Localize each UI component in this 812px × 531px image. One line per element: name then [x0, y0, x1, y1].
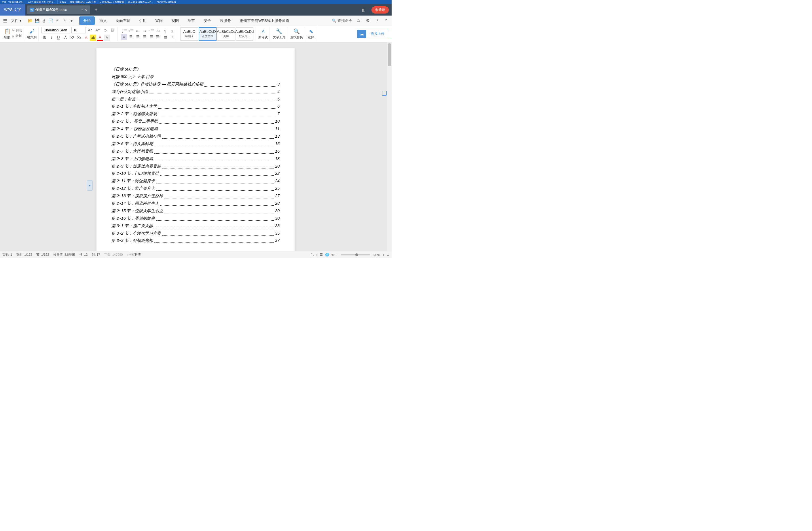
zoom-slider[interactable] — [341, 254, 370, 255]
italic-button[interactable]: I — [48, 34, 55, 41]
expand-tab-icon[interactable]: ▫ — [82, 8, 83, 12]
phonetic-icon[interactable]: 拼 — [110, 27, 116, 33]
distribute-button[interactable]: ☰ — [148, 34, 155, 40]
status-spell[interactable]: ▫ 拼写检查 — [127, 253, 141, 257]
format-painter-button[interactable]: 🖌格式刷 — [27, 29, 37, 40]
underline-button[interactable]: U — [55, 34, 62, 41]
bullets-button[interactable]: ⋮☰ — [121, 28, 127, 34]
decrease-font-icon[interactable]: A⁻ — [95, 27, 101, 33]
add-tab-button[interactable]: + — [92, 5, 101, 14]
feedback-icon[interactable]: ☺ — [355, 17, 362, 24]
file-menu[interactable]: 文件▾ — [9, 18, 23, 23]
status-section[interactable]: 节: 1/322 — [36, 253, 49, 257]
ribbon-tab[interactable]: 插入 — [95, 16, 111, 25]
align-left-button[interactable]: ≡ — [121, 34, 127, 40]
vertical-scrollbar[interactable] — [387, 42, 392, 251]
document-tab[interactable]: W 懂懂日赚600元.docx ▫ ✕ — [27, 5, 90, 14]
help-icon[interactable]: ? — [374, 17, 380, 24]
status-row[interactable]: 行: 12 — [79, 253, 88, 257]
settings-icon[interactable]: ⚙ — [364, 17, 371, 24]
close-tab-icon[interactable]: ✕ — [84, 8, 87, 12]
browser-tab[interactable]: nd转换成word 百度搜索 — [98, 0, 126, 4]
ribbon-tab[interactable]: 开始 — [79, 16, 95, 25]
search-command[interactable]: 🔍 查找命令 — [332, 18, 352, 23]
browser-tab[interactable]: PDF转Word转换器 — [155, 0, 178, 4]
style-card[interactable]: AaBbC标题 4 — [180, 27, 198, 41]
align-right-button[interactable]: ☰ — [134, 34, 141, 40]
superscript-button[interactable]: X² — [69, 34, 75, 41]
select-button[interactable]: ⬉选择 — [308, 28, 314, 40]
redo-icon[interactable]: ↷ — [61, 17, 68, 24]
upload-box[interactable]: ☁ 拖拽上传 — [357, 30, 389, 38]
style-card[interactable]: AaBbCcD正文文本 — [199, 27, 217, 41]
browser-tab[interactable]: 知 nd如何转换成word?... — [126, 0, 155, 4]
style-card[interactable]: AaBbCcDd默认段... — [235, 27, 253, 41]
align-justify-button[interactable]: ☰ — [141, 34, 148, 40]
zoom-level[interactable]: 100% — [372, 253, 380, 257]
increase-indent-button[interactable]: ⇥ — [141, 28, 148, 34]
font-size-select[interactable] — [71, 27, 86, 33]
view-outline-icon[interactable]: ☰ — [320, 253, 323, 257]
sort-button[interactable]: A↓ — [155, 28, 161, 34]
line-spacing-button[interactable]: ↕☰ — [148, 28, 155, 34]
ribbon-tab[interactable]: 安全 — [200, 16, 215, 25]
fit-page-icon[interactable]: ⊡ — [387, 253, 389, 257]
borders-button[interactable]: ⊞ — [169, 28, 175, 34]
browser-tab[interactable]: WPS 政府版 永久 使用无... — [26, 0, 58, 4]
scrollbar-thumb[interactable] — [388, 43, 391, 66]
hamburger-icon[interactable] — [2, 18, 8, 24]
table-button[interactable]: ⊞ — [169, 34, 175, 40]
line-height-button[interactable]: ☰↕ — [155, 34, 161, 40]
fullscreen-icon[interactable]: ⛶ — [310, 253, 314, 257]
print-icon[interactable]: 🖨 — [41, 17, 47, 24]
shading-button[interactable]: ▦ — [162, 34, 169, 40]
numbering-button[interactable]: 1☰ — [128, 28, 134, 34]
browser-tab[interactable]: 懂懂日赚600元 - A相公差 — [68, 0, 98, 4]
login-button[interactable]: 未登录 — [372, 6, 389, 14]
show-marks-button[interactable]: ¶ — [162, 28, 169, 34]
paste-button[interactable]: 📋粘贴 — [4, 28, 10, 40]
font-color-button[interactable]: A — [97, 34, 103, 41]
status-pages[interactable]: 页面: 1/172 — [16, 253, 32, 257]
browser-tab[interactable]: 蓝奏云 — [58, 0, 68, 4]
status-setval[interactable]: 设置值: 8.6厘米 — [53, 253, 75, 257]
status-page[interactable]: 页码: 1 — [2, 253, 12, 257]
right-panel-btn-1[interactable] — [382, 91, 387, 96]
window-layout-icon[interactable]: ◧ — [358, 5, 369, 14]
collapse-ribbon-icon[interactable]: ^ — [383, 17, 389, 24]
zoom-in-button[interactable]: + — [383, 253, 385, 257]
status-words[interactable]: 字数: 147990 — [104, 253, 123, 257]
ribbon-tab[interactable]: 审阅 — [151, 16, 167, 25]
strikethrough-button[interactable]: A̶ — [62, 34, 69, 41]
text-effects-button[interactable]: A — [83, 34, 89, 41]
align-center-button[interactable]: ☰ — [128, 34, 134, 40]
undo-icon[interactable]: ↶ — [55, 17, 61, 24]
style-card[interactable]: AaBbCcDc页脚 — [217, 27, 235, 41]
open-icon[interactable]: 📂 — [27, 17, 33, 24]
decrease-indent-button[interactable]: ⇤ — [134, 28, 141, 34]
subscript-button[interactable]: X₂ — [76, 34, 82, 41]
char-shading-button[interactable]: A — [104, 34, 110, 41]
clear-format-icon[interactable]: ◇ — [102, 27, 108, 33]
copy-button[interactable]: ⎘ 复制 — [12, 34, 22, 38]
browser-tab[interactable]: 文章 『懂懂日赚600... — [0, 0, 26, 4]
toc-panel-toggle[interactable]: ▸ — [87, 180, 93, 191]
zoom-out-button[interactable]: − — [337, 253, 339, 257]
new-style-button[interactable]: Ａ新样式 — [258, 28, 268, 40]
font-family-select[interactable] — [42, 27, 70, 33]
text-tools-button[interactable]: 🔧文字工具 — [273, 28, 285, 40]
view-page-icon[interactable]: ▯ — [316, 253, 318, 257]
ribbon-tab[interactable]: 引用 — [135, 16, 150, 25]
qat-more-icon[interactable]: ▾ — [68, 17, 75, 24]
ribbon-tab[interactable]: 页面布局 — [112, 16, 134, 25]
bold-button[interactable]: B — [42, 34, 48, 41]
status-col[interactable]: 列: 17 — [91, 253, 100, 257]
ribbon-tab[interactable]: 云服务 — [216, 16, 235, 25]
ribbon-tab[interactable]: 惠州市专属WPS线上服务通道 — [235, 16, 293, 25]
ribbon-tab[interactable]: 章节 — [184, 16, 199, 25]
eye-protect-icon[interactable]: 👁 — [331, 253, 335, 257]
highlight-button[interactable]: ab — [90, 34, 96, 41]
view-web-icon[interactable]: 🌐 — [325, 253, 329, 257]
increase-font-icon[interactable]: A⁺ — [87, 27, 93, 33]
save-icon[interactable]: 💾 — [34, 17, 40, 24]
